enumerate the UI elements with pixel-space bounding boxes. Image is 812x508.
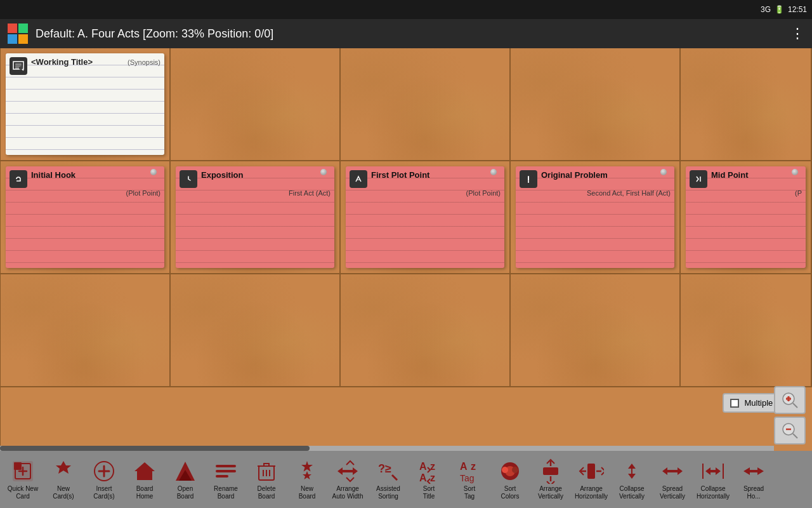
spread-horizontally-icon (741, 458, 766, 484)
firstplotpoint-subtitle: (Plot Point) (350, 189, 501, 197)
collapse-horizontally-label: CollapseHorizontally (697, 485, 730, 500)
board-home-icon (132, 458, 157, 484)
tool-sort-tag[interactable]: A z Tag SortTag (449, 454, 490, 505)
status-bar: 3G 🔋 12:51 (0, 0, 812, 19)
tool-arrange-auto-width[interactable]: ArrangeAuto Width (327, 454, 368, 505)
svg-line-18 (793, 434, 797, 438)
board-area: <Working Title> (Synopsis) Initial Hook (0, 48, 812, 451)
tool-board-home[interactable]: BoardHome (124, 454, 165, 505)
svg-line-13 (793, 403, 797, 408)
grid-cell-exposition: Exposition First Act (Act) (171, 161, 341, 274)
rename-board-icon (213, 458, 239, 484)
quick-new-card-label: Quick NewCard (8, 485, 38, 500)
tool-sort-colors[interactable]: SortColors (490, 454, 530, 505)
grid-cell-synopsis: <Working Title> (Synopsis) (1, 48, 171, 161)
tool-insert-card[interactable]: InsertCard(s) (84, 454, 124, 505)
title-bar: Default: A. Four Acts [Zoom: 33% Positio… (0, 19, 812, 48)
tool-collapse-horizontally[interactable]: CollapseHorizontally (693, 454, 733, 505)
signal-indicator: 3G (761, 5, 771, 14)
grid-cell-r1c5 (681, 48, 812, 161)
svg-text:z: z (430, 472, 435, 483)
card-initial-hook[interactable]: Initial Hook (Plot Point) (6, 166, 164, 268)
collapse-horizontally-icon (700, 458, 726, 484)
svg-rect-3 (18, 34, 28, 44)
board-scrollbar[interactable] (0, 446, 774, 451)
sort-tag-icon: A z Tag (457, 458, 482, 484)
initialhook-title: Initial Hook (31, 170, 160, 180)
tool-rename-board[interactable]: RenameBoard (206, 454, 246, 505)
arrange-vertically-label: ArrangeVertically (538, 485, 563, 500)
insert-card-icon (91, 458, 117, 484)
arrange-vertically-icon (538, 458, 563, 484)
new-board-icon (294, 458, 320, 484)
spread-vertically-label: SpreadVertically (660, 485, 685, 500)
new-cards-label: NewCard(s) (53, 485, 74, 500)
grid-cell-initialhook: Initial Hook (Plot Point) (1, 161, 171, 274)
svg-rect-0 (8, 23, 17, 33)
svg-point-44 (512, 467, 518, 473)
card-first-plot-point[interactable]: First Plot Point (Plot Point) (346, 166, 504, 268)
spread-vertically-icon (660, 458, 685, 484)
tool-sort-title[interactable]: A z A z SortTitle (409, 454, 449, 505)
grid-cell-r3c1 (1, 274, 171, 387)
tool-spread-vertically[interactable]: SpreadVertically (652, 454, 693, 505)
tool-assisted-sorting[interactable]: ?≥ AssistedSorting (368, 454, 409, 505)
grid-cell-r3c3 (341, 274, 511, 387)
svg-text:−: − (786, 424, 791, 434)
open-board-icon (173, 458, 198, 484)
tool-quick-new-card[interactable]: Quick NewCard (3, 454, 43, 505)
arrange-horizontally-icon (579, 458, 604, 484)
tool-arrange-horizontally[interactable]: ArrangeHorizontally (571, 454, 612, 505)
sort-colors-icon (497, 458, 523, 484)
zoom-controls: + − (774, 386, 806, 444)
tool-new-cards[interactable]: NewCard(s) (43, 454, 84, 505)
card-icon-exposition (180, 170, 197, 188)
card-icon-midpoint (690, 170, 707, 188)
sort-colors-label: SortColors (501, 485, 520, 500)
midpoint-subtitle: (P (690, 189, 802, 197)
spread-horizontally-label: SpreadHo... (743, 485, 764, 500)
tool-delete-board[interactable]: DeleteBoard (246, 454, 287, 505)
svg-rect-45 (543, 467, 558, 475)
originalproblem-title: Original Problem (541, 170, 671, 180)
tool-collapse-vertically[interactable]: CollapseVertically (612, 454, 652, 505)
card-synopsis[interactable]: <Working Title> (Synopsis) (6, 53, 164, 155)
zoom-out-button[interactable]: − (774, 417, 806, 444)
grid-cell-midpoint: Mid Point (P (681, 161, 812, 274)
exposition-subtitle: First Act (Act) (180, 189, 331, 197)
assisted-sorting-icon: ?≥ (376, 458, 401, 484)
originalproblem-subtitle: Second Act, First Half (Act) (520, 189, 671, 197)
collapse-vertically-label: CollapseVertically (619, 485, 645, 500)
new-cards-icon (51, 458, 76, 484)
zoom-in-button[interactable]: + (774, 386, 806, 414)
rename-board-label: RenameBoard (214, 485, 238, 500)
card-original-problem[interactable]: Original Problem Second Act, First Half … (516, 166, 674, 268)
svg-text:A: A (419, 461, 427, 472)
synopsis-card-subtitle: (Synopsis) (128, 58, 160, 66)
board-home-label: BoardHome (136, 485, 154, 500)
menu-button[interactable]: ⋮ (790, 25, 804, 42)
svg-point-43 (502, 467, 508, 473)
insert-card-label: InsertCard(s) (93, 485, 114, 500)
tack-originalproblem (660, 169, 667, 175)
sort-title-label: SortTitle (423, 485, 435, 500)
card-exposition[interactable]: Exposition First Act (Act) (176, 166, 334, 268)
svg-text:+: + (786, 394, 791, 404)
svg-point-5 (13, 174, 23, 184)
tool-arrange-vertically[interactable]: ArrangeVertically (530, 454, 571, 505)
svg-rect-28 (216, 475, 228, 478)
arrange-auto-width-icon (335, 458, 360, 484)
exposition-title: Exposition (201, 170, 331, 180)
card-mid-point[interactable]: Mid Point (P (686, 166, 806, 268)
scrollbar-thumb[interactable] (0, 446, 310, 451)
tool-new-board[interactable]: NewBoard (287, 454, 327, 505)
tool-spread-horizontally[interactable]: SpreadHo... (733, 454, 774, 505)
card-icon-originalproblem (520, 170, 537, 188)
grid-cell-r3c5 (681, 274, 812, 387)
new-board-label: NewBoard (299, 485, 316, 500)
sort-tag-label: SortTag (464, 485, 475, 500)
collapse-vertically-icon (619, 458, 645, 484)
tool-open-board[interactable]: OpenBoard (165, 454, 206, 505)
svg-rect-46 (587, 464, 595, 479)
window-title: Default: A. Four Acts [Zoom: 33% Positio… (36, 27, 790, 41)
